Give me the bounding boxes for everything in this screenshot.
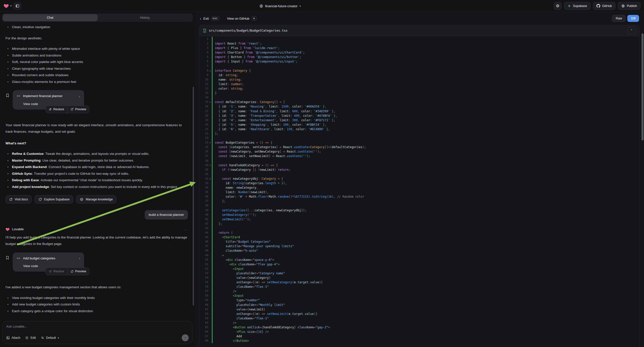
chevron-right-icon[interactable]: › [79,256,80,260]
chevron-right-icon[interactable]: › [79,94,80,98]
code-text: import ChartCard from '@/components/ui/C… [215,50,305,55]
fold-spacer [208,50,212,55]
code-text: <Plus size={16} /> [215,330,269,334]
code-text: placeholder="Monthly limit" [215,303,285,307]
diff-added-gutter [212,266,212,271]
fold-spacer [208,114,212,118]
file-header[interactable]: src/components/budget/BudgetCategories.t… [200,25,639,36]
diff-added-gutter [212,50,212,55]
fold-toggle-icon[interactable]: ∨ [208,140,212,145]
tab-history[interactable]: History [98,14,192,21]
code-line: 3import { Plus } from 'lucide-react'; [200,46,639,50]
fold-toggle-icon[interactable]: ∨ [208,176,212,181]
code-line: 50 <div className="space-y-6"> [200,258,639,262]
edit-button[interactable]: Edit [25,336,36,340]
restore-button[interactable]: ↺ Restore [46,268,67,275]
code-scrollbar-thumb[interactable] [642,33,644,140]
code-body: 12import React from 'react';3import { Pl… [200,36,639,343]
code-text: const [categories, setCategories] = Reac… [215,145,366,149]
code-line: 15∨const defaultCategories: Category[] =… [200,100,639,104]
code-line: 4import ChartCard from '@/components/ui/… [200,50,639,55]
suggestion-buttons: Visit docs Explore Supabase Manage knowl… [6,195,188,204]
toggle-sidebar-button[interactable] [14,2,21,10]
line-number: 60 [200,303,208,307]
code-text: { id: '3', name: 'Transportation', limit… [215,114,337,118]
diff-added-gutter [212,258,212,262]
chat-scrollbar[interactable] [193,87,194,306]
fold-spacer [208,289,212,294]
code-text: <ChartCard [215,235,240,240]
list-item: Soft, neutral color palette with light b… [6,59,188,66]
assistant-paragraph: I'll help you add budget categories to t… [6,234,188,248]
diff-added-gutter [212,240,212,244]
lovable-heart-icon [6,227,10,232]
line-number: 31 [200,172,208,176]
fold-spacer [208,325,212,330]
user-message-row: build a financial planner [6,210,188,220]
supabase-button[interactable]: Supabase [564,2,590,10]
preview-button[interactable]: Preview [67,106,89,113]
diff-added-gutter [212,163,212,168]
fold-spacer [208,212,212,217]
code-text: import { Button } from '@/components/ui/… [215,55,301,59]
collapse-file-button[interactable]: ⌃ [627,27,636,34]
publish-button[interactable]: Publish [618,2,640,10]
fold-toggle-icon[interactable]: ∨ [208,163,212,168]
diff-added-gutter [212,222,212,226]
line-number: 59 [200,298,208,302]
diff-added-gutter [212,109,212,114]
preview-button[interactable]: Preview [67,268,89,275]
code-line: 51 <div className="flex gap-4"> [200,262,639,266]
line-number: 55 [200,280,208,284]
restore-button[interactable]: ↺ Restore [46,106,67,113]
code-line: 36 color: '#' + Math.floor(Math.random()… [200,194,639,199]
tab-chat[interactable]: Chat [3,14,98,21]
fold-toggle-icon[interactable]: ∨ [208,68,212,73]
diff-added-gutter [212,136,212,140]
exit-button[interactable]: Exit [204,17,209,20]
version-card[interactable]: <> Implement financial planner › View co… [13,90,84,110]
diff-added-gutter [212,176,212,181]
visit-docs-button[interactable]: Visit docs [6,195,32,204]
lovable-logo-menu[interactable]: ▾ [4,3,12,9]
diff-added-gutter [212,226,212,230]
code-text: import { Plus } from 'lucide-react'; [215,46,280,50]
restore-label: Restore [53,268,64,275]
code-line: 46 title="Budget Categories" [200,240,639,244]
line-number: 51 [200,262,208,266]
chat-messages: Clean, intuitive navigation For the desi… [0,22,195,320]
code-text: type="number" [215,298,260,302]
github-button[interactable]: GitHub [593,2,615,10]
chat-composer[interactable]: Ask Lovable... Attach Edit [2,321,192,344]
message-menu-icon[interactable]: … [184,226,188,233]
diff-added-gutter [212,78,212,82]
diff-button[interactable]: Diff [627,15,639,22]
explore-supabase-button[interactable]: Explore Supabase [34,195,73,204]
fold-spacer [208,199,212,203]
fold-spacer [208,190,212,194]
fold-toggle-icon[interactable]: ∨ [208,100,212,104]
line-number: 25 [200,145,208,149]
raw-button[interactable]: Raw [612,15,625,22]
settings-button[interactable]: ⚙ [554,2,562,10]
chevron-left-icon[interactable]: ‹ [200,16,201,21]
view-on-github-link[interactable]: View on GitHub [227,17,250,20]
line-number: 67 [200,334,208,338]
fold-spacer [208,222,212,226]
line-number: 61 [200,307,208,312]
code-text: className="flex-1" [215,316,269,320]
composer-placeholder[interactable]: Ask Lovable... [6,324,189,328]
line-number: 27 [200,154,208,158]
mode-selector[interactable]: Default ▾ [41,336,59,340]
fold-spacer [208,230,212,235]
send-button[interactable]: ↑ [182,334,189,341]
project-selector[interactable]: financial-future-creator ▾ [260,0,301,12]
diff-added-gutter [212,208,212,212]
code-text: import React from 'react'; [215,41,262,46]
code-icon: <> [17,255,20,262]
chevron-down-icon: ▾ [58,336,59,340]
attach-button[interactable]: Attach [6,336,20,340]
diff-added-gutter [212,294,212,298]
version-card[interactable]: <> Add budget categories › View code ↺ R… [13,252,84,272]
manage-knowledge-button[interactable]: Manage knowledge [76,195,116,204]
